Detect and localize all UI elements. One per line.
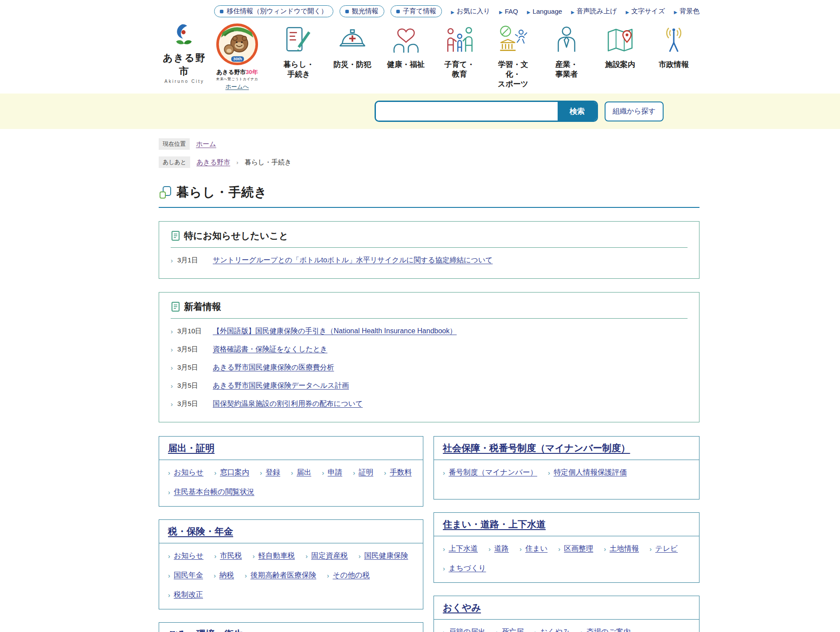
category-title-link[interactable]: 社会保障・税番号制度（マイナンバー制度）: [443, 443, 630, 453]
topbar-arrow-link[interactable]: お気に入り: [451, 7, 490, 16]
category-item: › 申請: [322, 463, 342, 482]
city-name-en: Akiruno City: [159, 79, 210, 84]
category-item-link[interactable]: おくやみ: [540, 627, 570, 632]
breadcrumb-city-link[interactable]: あきる野市: [196, 158, 230, 167]
search-input[interactable]: [376, 102, 558, 121]
category-item-link[interactable]: 登録: [266, 468, 280, 477]
category-title-link[interactable]: おくやみ: [443, 602, 481, 612]
category-item: › 斎場のご案内: [581, 622, 631, 632]
category-item-link[interactable]: その他の税: [333, 570, 370, 580]
search-by-org-button[interactable]: 組織から探す: [605, 101, 664, 121]
category-item-link[interactable]: 番号制度（マイナンバー）: [449, 468, 537, 477]
category-item-link[interactable]: 斎場のご案内: [586, 627, 631, 632]
antenna-icon: [648, 23, 699, 58]
nav-item-shisei[interactable]: 市政情報: [648, 23, 699, 89]
category-item-link[interactable]: 手数料: [390, 468, 412, 477]
topbar-arrow-link[interactable]: Language: [527, 7, 562, 16]
category-item: › 証明: [353, 463, 373, 482]
entry-link[interactable]: あきる野市国民健康保険データヘルス計画: [213, 381, 349, 390]
topbar-arrow-link-label: お気に入り: [457, 7, 490, 16]
search-button[interactable]: 検索: [558, 102, 597, 121]
category-item: › お知らせ: [168, 546, 203, 566]
chevron-right-icon: ›: [168, 552, 170, 560]
entry-link[interactable]: あきる野市国民健康保険の医療費分析: [213, 363, 334, 372]
nav-label: 施設案内: [594, 60, 646, 70]
note-pencil-icon: [273, 23, 324, 58]
chevron-right-icon: ›: [496, 628, 498, 632]
topbar-arrow-link[interactable]: FAQ: [499, 7, 518, 16]
category-item-link[interactable]: 固定資産税: [311, 551, 348, 561]
page-title-block: 暮らし・手続き: [159, 184, 699, 208]
nav-item-kosodate[interactable]: 子育て・ 教育: [434, 23, 485, 89]
category-item-link[interactable]: 住まい: [525, 544, 547, 554]
category-item-link[interactable]: 証明: [359, 468, 373, 477]
category-box-zei: 税・保険・年金 › お知らせ › 市民税 › 軽自動車税 › 固定資産税 › 国…: [159, 519, 423, 609]
notice-entries: › 3月1日 サントリーグループとの「ボトルtoボトル」水平リサイクルに関する協…: [171, 251, 688, 269]
topbar-boxed-link[interactable]: 子育て情報: [391, 5, 442, 17]
nav-item-kurashi[interactable]: 暮らし・ 手続き: [273, 23, 324, 89]
category-item-link[interactable]: まちづくり: [449, 563, 486, 573]
category-title-link[interactable]: 税・保険・年金: [168, 526, 233, 536]
category-item-link[interactable]: 税制改正: [174, 590, 203, 600]
nav-item-bousai[interactable]: 防災・防犯: [327, 23, 378, 89]
category-item-link[interactable]: 土地情報: [609, 544, 639, 554]
category-item-link[interactable]: 道路: [494, 544, 509, 554]
category-item-link[interactable]: テレビ: [655, 544, 678, 554]
chevron-right-icon: ›: [443, 469, 445, 476]
category-item-link[interactable]: 窓口案内: [220, 468, 249, 477]
topbar-boxed-link[interactable]: 観光情報: [340, 5, 384, 17]
chevron-right-icon: ›: [253, 552, 255, 560]
anniversary-badge: 30th あきる野市30年 未来へ繋ごうトカイナカ ホームへ: [213, 23, 262, 91]
category-item-link[interactable]: 戸籍の届出: [449, 627, 485, 632]
topbar-arrow-link[interactable]: 背景色: [674, 7, 699, 16]
category-item-link[interactable]: 後期高齢者医療保険: [250, 570, 316, 580]
category-item-link[interactable]: 住民基本台帳の閲覧状況: [174, 487, 254, 497]
topbar-arrow-link[interactable]: 音声読み上げ: [571, 7, 617, 16]
entry-link[interactable]: サントリーグループとの「ボトルtoボトル」水平リサイクルに関する協定締結について: [213, 256, 492, 265]
nav-item-gakushu[interactable]: 学習・文 化・ スポーツ: [487, 23, 539, 89]
category-header: おくやみ: [434, 596, 699, 620]
category-item-link[interactable]: 届出: [297, 468, 311, 477]
news-entry: › 3月10日 【外国語版】国民健康保険の手引き（National Health…: [171, 322, 688, 340]
topbar-arrow-link-label: 文字サイズ: [631, 7, 665, 16]
category-item-link[interactable]: 市民税: [220, 551, 242, 561]
arrow-right-icon: [571, 8, 574, 15]
category-item-link[interactable]: お知らせ: [174, 468, 203, 477]
utility-bar: 移住情報（別ウィンドウで開く） 観光情報 子育て情報 お気に入り FAQ Lan…: [159, 0, 699, 19]
category-item-link[interactable]: 特定個人情報保護評価: [554, 468, 627, 477]
category-item-link[interactable]: お知らせ: [174, 551, 203, 561]
category-item-link[interactable]: 上下水道: [449, 544, 478, 554]
chevron-right-icon: ›: [171, 328, 173, 335]
entry-link[interactable]: 国保契約温泉施設の割引利用券の配布について: [213, 399, 363, 409]
category-grid: 届出・証明 › お知らせ › 窓口案内 › 登録 › 届出 › 申請 › 証明 …: [159, 436, 699, 632]
category-item-link[interactable]: 納税: [219, 570, 234, 580]
topbar-boxed-link-label: 観光情報: [352, 7, 379, 16]
category-item-link[interactable]: 軽自動車税: [258, 551, 295, 561]
entry-link[interactable]: 資格確認書・保険証をなくしたとき: [213, 345, 328, 354]
category-title-link[interactable]: 住まい・道路・上下水道: [443, 519, 546, 529]
category-item-link[interactable]: 区画整理: [564, 544, 593, 554]
breadcrumb-home-link[interactable]: ホーム: [196, 140, 216, 148]
category-item-link[interactable]: 国民年金: [174, 570, 203, 580]
category-item-link[interactable]: 国民健康保険: [364, 551, 408, 561]
category-item: › 税制改正: [168, 585, 203, 605]
category-item-link[interactable]: 申請: [328, 468, 342, 477]
category-item: › 死亡届: [496, 622, 524, 632]
category-item: › 住民基本台帳の閲覧状況: [168, 482, 254, 502]
topbar-arrow-link[interactable]: 文字サイズ: [626, 7, 665, 16]
category-item-link[interactable]: 死亡届: [502, 627, 524, 632]
city-logo-mark-icon: [171, 43, 198, 50]
category-header: ごみ・環境・衛生: [159, 623, 423, 632]
home-link[interactable]: ホームへ: [226, 83, 249, 91]
nav-item-kenkou[interactable]: 健康・福祉: [380, 23, 432, 89]
chevron-right-icon: ›: [245, 572, 247, 579]
city-logo[interactable]: あきる野市 Akiruno City: [159, 23, 210, 84]
category-item: › 道路: [488, 539, 509, 558]
category-title-link[interactable]: 届出・証明: [168, 443, 215, 453]
topbar-boxed-link[interactable]: 移住情報（別ウィンドウで開く）: [214, 5, 333, 17]
entry-link[interactable]: 【外国語版】国民健康保険の手引き（National Health Insuran…: [213, 327, 457, 336]
category-title-link[interactable]: ごみ・環境・衛生: [168, 629, 243, 632]
chevron-right-icon: ›: [291, 469, 293, 476]
nav-item-sangyou[interactable]: 産業・ 事業者: [541, 23, 592, 89]
nav-item-shisetsu[interactable]: 施設案内: [594, 23, 646, 89]
